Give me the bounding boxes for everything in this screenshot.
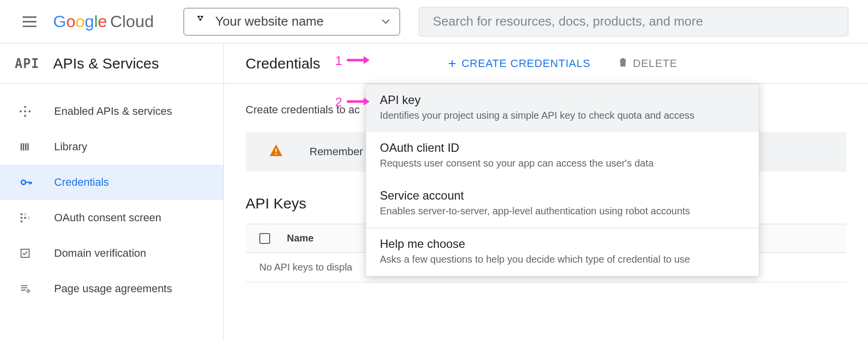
library-icon bbox=[20, 141, 54, 152]
dropdown-item-oauth-client[interactable]: OAuth client ID Requests user consent so… bbox=[366, 132, 759, 180]
arrow-right-icon bbox=[346, 53, 370, 68]
svg-rect-3 bbox=[24, 106, 26, 108]
dropdown-item-title: Service account bbox=[380, 189, 745, 203]
svg-rect-11 bbox=[28, 143, 29, 151]
hamburger-menu-icon[interactable] bbox=[20, 12, 39, 32]
svg-rect-5 bbox=[29, 110, 31, 112]
select-all-checkbox[interactable] bbox=[259, 233, 270, 244]
svg-marker-24 bbox=[364, 56, 370, 64]
annotation-step-1: 1 bbox=[335, 53, 370, 68]
sidebar: API APIs & Services Enabled APIs & servi… bbox=[0, 43, 224, 341]
svg-rect-6 bbox=[24, 115, 26, 117]
svg-rect-22 bbox=[276, 153, 277, 154]
svg-marker-2 bbox=[198, 18, 202, 21]
sidebar-item-library[interactable]: Library bbox=[0, 129, 223, 165]
project-name: Your website name bbox=[216, 14, 382, 29]
delete-button[interactable]: DELETE bbox=[618, 57, 677, 70]
trash-icon bbox=[618, 57, 628, 70]
arrow-right-icon bbox=[346, 95, 370, 110]
api-badge: API bbox=[15, 56, 39, 71]
dropdown-item-api-key[interactable]: API key Identifies your project using a … bbox=[366, 84, 759, 132]
consent-icon bbox=[20, 212, 54, 223]
dropdown-item-service-account[interactable]: Service account Enables server-to-server… bbox=[366, 180, 759, 228]
svg-rect-10 bbox=[25, 143, 27, 151]
dropdown-item-help-choose[interactable]: Help me choose Asks a few questions to h… bbox=[366, 228, 759, 276]
sidebar-title: APIs & Services bbox=[53, 55, 159, 72]
svg-rect-18 bbox=[28, 217, 30, 219]
sidebar-item-label: OAuth consent screen bbox=[54, 211, 161, 224]
dropdown-item-title: OAuth client ID bbox=[380, 141, 745, 155]
diamond-grid-icon bbox=[20, 106, 54, 117]
create-credentials-label: CREATE CREDENTIALS bbox=[462, 57, 590, 70]
svg-marker-0 bbox=[197, 16, 200, 18]
svg-marker-26 bbox=[364, 98, 370, 105]
svg-rect-15 bbox=[21, 221, 23, 223]
sidebar-header: API APIs & Services bbox=[0, 43, 223, 84]
column-name[interactable]: Name bbox=[287, 233, 313, 244]
sidebar-item-credentials[interactable]: Credentials bbox=[0, 165, 223, 200]
warning-text: Remember t bbox=[310, 145, 369, 158]
dropdown-item-desc: Asks a few questions to help you decide … bbox=[380, 254, 745, 265]
svg-rect-17 bbox=[24, 217, 26, 219]
svg-rect-4 bbox=[20, 110, 22, 112]
search-placeholder: Search for resources, docs, products, an… bbox=[433, 14, 703, 29]
main-content: Credentials + CREATE CREDENTIALS DELETE … bbox=[224, 43, 868, 341]
sidebar-item-label: Domain verification bbox=[54, 247, 146, 260]
key-icon bbox=[20, 176, 54, 189]
search-input[interactable]: Search for resources, docs, products, an… bbox=[419, 7, 848, 36]
svg-point-12 bbox=[21, 180, 26, 185]
sidebar-item-enabled-apis[interactable]: Enabled APIs & services bbox=[0, 94, 223, 129]
dropdown-item-desc: Enables server-to-server, app-level auth… bbox=[380, 205, 745, 217]
plus-icon: + bbox=[448, 56, 457, 71]
sidebar-item-label: Credentials bbox=[54, 176, 109, 189]
sidebar-item-label: Enabled APIs & services bbox=[54, 105, 172, 118]
dropdown-item-desc: Requests user consent so your app can ac… bbox=[380, 158, 745, 169]
sidebar-item-page-usage[interactable]: Page usage agreements bbox=[0, 271, 223, 307]
page-title: Credentials bbox=[246, 55, 320, 72]
sidebar-item-label: Library bbox=[54, 140, 87, 153]
svg-rect-14 bbox=[21, 217, 23, 219]
dropdown-item-desc: Identifies your project using a simple A… bbox=[380, 110, 745, 121]
svg-rect-9 bbox=[23, 143, 24, 151]
sidebar-item-domain-verification[interactable]: Domain verification bbox=[0, 236, 223, 271]
sidebar-item-oauth-consent[interactable]: OAuth consent screen bbox=[0, 200, 223, 236]
top-header: Google Cloud Your website name Search fo… bbox=[0, 0, 868, 43]
svg-marker-1 bbox=[200, 16, 204, 18]
delete-label: DELETE bbox=[633, 57, 677, 70]
create-credentials-dropdown: API key Identifies your project using a … bbox=[366, 84, 759, 276]
check-square-icon bbox=[20, 248, 54, 259]
svg-rect-21 bbox=[276, 149, 277, 152]
main-header: Credentials + CREATE CREDENTIALS DELETE bbox=[224, 43, 868, 84]
dropdown-item-title: Help me choose bbox=[380, 237, 745, 251]
svg-rect-13 bbox=[21, 213, 23, 215]
project-selector[interactable]: Your website name bbox=[184, 8, 400, 35]
create-credentials-button[interactable]: + CREATE CREDENTIALS bbox=[448, 56, 590, 71]
chevron-down-icon bbox=[382, 17, 390, 26]
svg-rect-8 bbox=[21, 143, 22, 151]
svg-rect-7 bbox=[24, 110, 26, 112]
annotation-step-2: 2 bbox=[335, 95, 370, 110]
sidebar-item-label: Page usage agreements bbox=[54, 282, 172, 295]
svg-rect-16 bbox=[24, 213, 26, 215]
warning-icon bbox=[269, 144, 283, 160]
google-cloud-logo[interactable]: Google Cloud bbox=[53, 12, 154, 31]
project-icon bbox=[194, 14, 207, 29]
dropdown-item-title: API key bbox=[380, 93, 745, 107]
agreement-icon bbox=[20, 283, 54, 294]
